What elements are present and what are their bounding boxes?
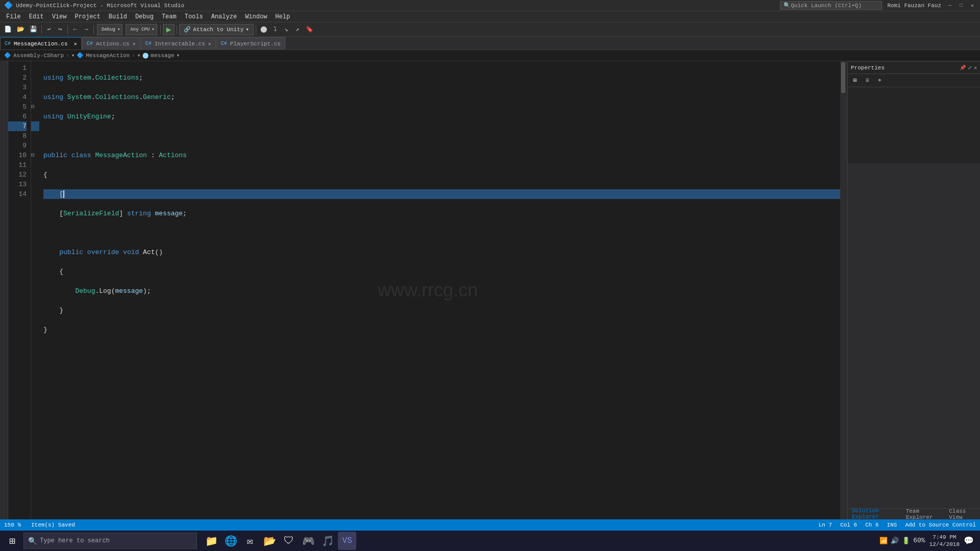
code-content[interactable]: using System.Collections; using System.C… <box>39 61 840 519</box>
menu-edit[interactable]: Edit <box>25 11 48 22</box>
menu-file[interactable]: File <box>2 11 25 22</box>
debug-label: Debug <box>102 27 115 32</box>
debug-chevron: ▾ <box>117 27 120 32</box>
sep3 <box>93 25 94 34</box>
battery-icon: 🔋 <box>902 537 910 545</box>
props-list-btn[interactable]: ≡ <box>862 76 872 86</box>
bc-sep2: › <box>132 53 135 59</box>
props-expand-btn[interactable]: ⤢ <box>968 65 972 71</box>
undo-btn[interactable]: ↩ <box>44 24 54 35</box>
attach-icon: 🔗 <box>184 26 191 33</box>
title-bar: 🔷 Udemy-PointClick-Project - Microsoft V… <box>0 0 980 11</box>
user-name: Romi Fauzan Fauz <box>887 3 941 9</box>
step-in-btn[interactable]: ↘ <box>281 24 291 35</box>
taskbar-app-folder2[interactable]: 📂 <box>260 532 279 550</box>
toolbar: 📄 📂 💾 ↩ ↪ ← → Debug ▾ Any CPU ▾ ▶ 🔗 Atta… <box>0 22 980 37</box>
line-numbers: 1 2 3 4 5 6 7 8 9 10 11 12 13 14 <box>8 61 31 519</box>
breadcrumb: 🔷 Assembly-CSharp › ▾ 🔷 MessageAction › … <box>0 50 980 61</box>
add-to-source[interactable]: Add to Source Control <box>905 522 976 528</box>
redo-btn[interactable]: ↪ <box>55 24 65 35</box>
menu-bar: File Edit View Project Build Debug Team … <box>0 11 980 22</box>
taskbar-app-music[interactable]: 🎵 <box>318 532 337 550</box>
menu-help[interactable]: Help <box>271 11 294 22</box>
left-gutter <box>0 61 8 519</box>
new-file-btn[interactable]: 📄 <box>2 24 14 35</box>
sep5 <box>177 25 177 34</box>
editor-vscroll[interactable] <box>840 61 847 519</box>
attach-unity-button[interactable]: 🔗 Attach to Unity ▾ <box>179 24 254 35</box>
sep4 <box>160 25 161 34</box>
taskbar-app-chrome[interactable]: 🌐 <box>222 532 240 550</box>
tab-actions[interactable]: C# Actions.cs ✕ <box>82 37 140 49</box>
cpu-dropdown[interactable]: Any CPU ▾ <box>126 24 157 35</box>
status-right: Ln 7 Col 6 Ch 6 INS Add to Source Contro… <box>819 522 976 528</box>
menu-team[interactable]: Team <box>158 11 181 22</box>
tab-label4: PlayerScript.cs <box>230 41 281 47</box>
props-grid-btn[interactable]: ⊞ <box>850 76 860 86</box>
minimize-button[interactable]: — <box>946 2 953 9</box>
props-close-btn[interactable]: ✕ <box>974 65 977 71</box>
open-btn[interactable]: 📂 <box>15 24 27 35</box>
tab-icon2: C# <box>87 41 93 46</box>
vscroll-thumb[interactable] <box>841 62 845 93</box>
code-editor[interactable]: 1 2 3 4 5 6 7 8 9 10 11 12 13 14 ⊟ ⊟ <box>8 61 847 519</box>
breadcrumb-icon: 🔷 <box>4 52 11 59</box>
start-button[interactable]: ⊞ <box>2 532 22 550</box>
window-title: Udemy-PointClick-Project - Microsoft Vis… <box>16 3 780 9</box>
menu-tools[interactable]: Tools <box>181 11 207 22</box>
menu-debug[interactable]: Debug <box>131 11 158 22</box>
status-bar: 150 % Item(s) Saved Ln 7 Col 6 Ch 6 INS … <box>0 519 980 531</box>
fwd-btn[interactable]: → <box>81 24 91 35</box>
maximize-button[interactable]: □ <box>958 2 965 9</box>
step-over-btn[interactable]: ⤵ <box>270 24 280 35</box>
debug-dropdown[interactable]: Debug ▾ <box>97 24 122 35</box>
taskbar-app-vs[interactable]: VS <box>338 532 356 550</box>
status-zoom: 150 % <box>4 522 21 528</box>
play-button[interactable]: ▶ <box>163 24 175 35</box>
close-button[interactable]: ✕ <box>969 2 976 9</box>
tab-close-btn[interactable]: ✕ <box>74 41 77 47</box>
step-out-btn[interactable]: ↗ <box>292 24 303 35</box>
network-icon: 📶 <box>879 537 888 545</box>
tab-playerscript[interactable]: C# PlayerScript.cs <box>216 37 285 49</box>
quick-launch-box[interactable]: 🔍 Quick Launch (Ctrl+Q) <box>780 1 882 10</box>
taskbar-app-game[interactable]: 🎮 <box>299 532 317 550</box>
tab-close-btn3[interactable]: ✕ <box>208 41 211 47</box>
attach-label: Attach to Unity <box>193 27 243 33</box>
taskbar-apps: 📁 🌐 ✉ 📂 🛡 🎮 🎵 VS <box>202 532 356 550</box>
taskbar-app-shield[interactable]: 🛡 <box>280 532 298 550</box>
menu-project[interactable]: Project <box>70 11 104 22</box>
props-events-btn[interactable]: ⌖ <box>874 76 885 86</box>
breadcrumb-class[interactable]: MessageAction <box>86 53 130 59</box>
props-pin-btn[interactable]: 📌 <box>960 65 966 71</box>
bc-dropdown1: ▾ <box>71 52 75 59</box>
menu-build[interactable]: Build <box>105 11 131 22</box>
menu-view[interactable]: View <box>48 11 71 22</box>
bc-sep1: › <box>66 53 69 59</box>
breakpoint-btn[interactable]: ⬤ <box>258 24 269 35</box>
attach-chevron: ▾ <box>246 26 249 33</box>
breadcrumb-member[interactable]: message <box>151 53 174 59</box>
vs-icon: 🔷 <box>4 1 13 10</box>
back-btn[interactable]: ← <box>70 24 80 35</box>
cpu-label: Any CPU <box>130 27 150 32</box>
se-bottom-tabs: Solution Explorer Team Explorer Class Vi… <box>848 508 980 519</box>
save-btn[interactable]: 💾 <box>28 24 39 35</box>
status-ch: Ch 6 <box>865 522 878 528</box>
taskbar-app-explorer[interactable]: 📁 <box>202 532 220 550</box>
tab-close-btn2[interactable]: ✕ <box>133 41 136 47</box>
breadcrumb-project[interactable]: Assembly-CSharp <box>13 53 64 59</box>
tab-interactable[interactable]: C# Interactable.cs ✕ <box>141 37 216 49</box>
status-line: Ln 7 <box>819 522 832 528</box>
taskbar-search-box[interactable]: 🔍 Type here to search <box>23 533 197 549</box>
sep2 <box>67 25 68 34</box>
tab-messageaction[interactable]: C# MessageAction.cs ✕ <box>0 37 82 49</box>
status-message: Item(s) Saved <box>31 522 75 528</box>
menu-analyze[interactable]: Analyze <box>207 11 241 22</box>
bookmark-btn[interactable]: 🔖 <box>304 24 315 35</box>
taskbar-app-mail[interactable]: ✉ <box>241 532 259 550</box>
properties-panel: Properties 📌 ⤢ ✕ ⊞ ≡ ⌖ <box>847 61 980 163</box>
menu-window[interactable]: Window <box>241 11 271 22</box>
bc-dropdown2: ▾ <box>137 52 141 59</box>
notification-btn[interactable]: 💬 <box>964 536 974 546</box>
